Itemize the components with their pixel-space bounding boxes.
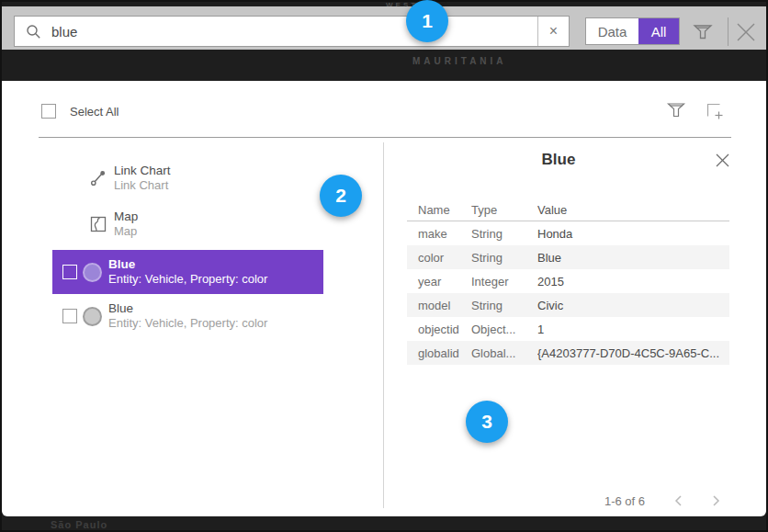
list-detail-divider	[383, 142, 384, 508]
attr-value: 1	[537, 323, 729, 336]
attribute-table-header: Name Type Value	[407, 198, 729, 221]
attr-name: make	[407, 227, 471, 241]
attr-type: Global...	[471, 346, 537, 360]
search-toolbar: × Data All	[2, 6, 766, 50]
attr-value: Blue	[537, 251, 729, 265]
result-title: Blue	[108, 257, 267, 272]
search-scope-toggle: Data All	[585, 17, 680, 45]
search-box: ×	[14, 16, 570, 47]
column-header-value: Value	[537, 203, 729, 217]
pagination-next-icon[interactable]	[708, 493, 723, 508]
callout-badge-3: 3	[466, 401, 508, 443]
attr-name: objectid	[407, 323, 471, 336]
attr-value: 2015	[537, 275, 729, 289]
attr-value: {A4203777-D70D-4C5C-9A65-C...	[537, 346, 729, 360]
column-header-name: Name	[407, 203, 471, 217]
filter-icon[interactable]	[692, 21, 714, 43]
attr-value: Civic	[537, 299, 729, 312]
toolbar-divider	[728, 17, 728, 46]
result-subtitle: Link Chart	[114, 178, 171, 193]
callout-badge-2: 2	[320, 175, 362, 217]
table-row: make String Honda	[407, 221, 729, 245]
table-row: color String Blue	[407, 245, 729, 269]
close-search-icon[interactable]	[734, 20, 758, 44]
column-header-type: Type	[471, 203, 537, 217]
result-title: Map	[114, 209, 138, 224]
result-item-map[interactable]: Map Map	[52, 204, 323, 244]
attr-name: year	[407, 275, 471, 289]
select-all-checkbox[interactable]	[41, 104, 56, 119]
clear-search-button[interactable]: ×	[538, 17, 569, 46]
attr-type: Object...	[471, 323, 537, 336]
select-all-label: Select All	[70, 105, 119, 119]
table-row: year Integer 2015	[407, 269, 729, 293]
result-item-blue-selected[interactable]: Blue Entity: Vehicle, Property: color	[52, 250, 323, 294]
result-item-link-chart[interactable]: Link Chart Link Chart	[52, 158, 323, 198]
attribute-table: make String Honda color String Blue year…	[407, 221, 729, 365]
attr-type: String	[471, 299, 537, 312]
search-icon	[26, 24, 41, 40]
link-chart-icon	[88, 169, 107, 188]
results-filter-icon[interactable]	[666, 100, 686, 120]
map-label-mauritania: MAURITANIA	[412, 56, 507, 66]
add-to-selection-icon[interactable]	[706, 102, 724, 120]
result-checkbox[interactable]	[62, 309, 77, 323]
scope-option-data[interactable]: Data	[586, 18, 638, 44]
pagination-prev-icon[interactable]	[672, 493, 686, 508]
attr-type: String	[471, 227, 537, 241]
panel-header-divider	[39, 137, 731, 138]
entity-circle-icon	[83, 263, 102, 282]
attr-value: Honda	[537, 227, 729, 241]
entity-circle-icon	[83, 307, 102, 326]
result-title: Link Chart	[114, 164, 171, 178]
detail-close-icon[interactable]	[714, 152, 731, 169]
table-row: objectid Object... 1	[407, 317, 729, 341]
map-label-sao-paulo: São Paulo	[51, 519, 107, 530]
map-icon	[88, 215, 107, 234]
attr-name: globalid	[407, 346, 471, 360]
attr-name: color	[407, 251, 471, 265]
search-input[interactable]	[41, 17, 537, 46]
detail-title: Blue	[384, 151, 733, 169]
attr-type: String	[471, 251, 537, 265]
result-checkbox[interactable]	[62, 265, 77, 279]
result-subtitle: Entity: Vehicle, Property: color	[108, 316, 267, 331]
table-row: model String Civic	[407, 293, 729, 317]
result-item-blue[interactable]: Blue Entity: Vehicle, Property: color	[52, 294, 323, 338]
result-subtitle: Entity: Vehicle, Property: color	[108, 272, 267, 287]
callout-badge-1: 1	[406, 0, 448, 42]
table-row: globalid Global... {A4203777-D70D-4C5C-9…	[407, 341, 729, 365]
scope-option-all[interactable]: All	[638, 18, 679, 44]
result-subtitle: Map	[114, 224, 138, 239]
search-overlay-screen: WESTER MAURITANIA São Paulo × Data All	[0, 0, 768, 532]
pagination-label: 1-6 of 6	[590, 494, 645, 508]
attr-name: model	[407, 299, 471, 312]
result-title: Blue	[108, 301, 267, 316]
attr-type: Integer	[471, 275, 537, 289]
search-results-panel: Select All	[2, 81, 766, 516]
